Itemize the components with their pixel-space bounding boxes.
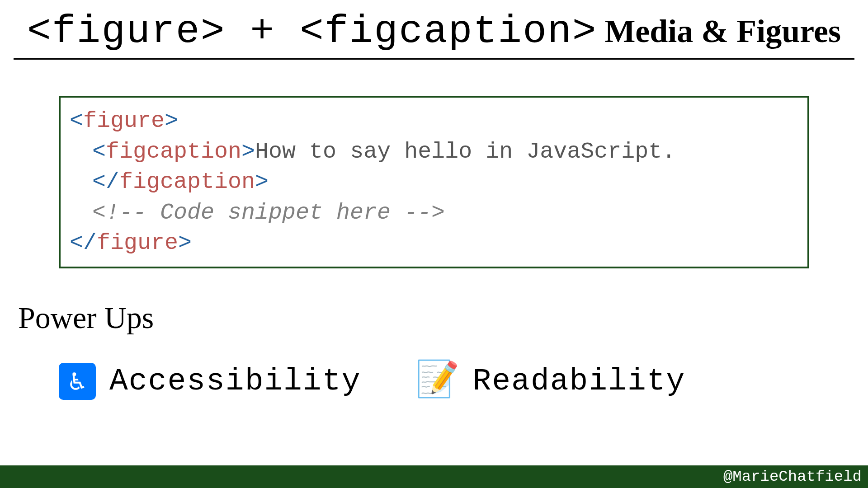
- powerup-readability: 📝 Readability: [415, 364, 686, 399]
- powerups-heading: Power Ups: [18, 300, 868, 336]
- tag-name: figcaption: [119, 169, 255, 195]
- angle-bracket: <: [92, 139, 106, 164]
- tag-name: figure: [97, 230, 178, 256]
- angle-bracket: </: [92, 169, 119, 195]
- angle-bracket: >: [178, 230, 192, 256]
- powerup-label: Accessibility: [109, 364, 361, 399]
- code-text: How to say hello in JavaScript.: [255, 139, 675, 164]
- code-line-2: <figcaption>How to say hello in JavaScri…: [92, 136, 798, 197]
- angle-bracket: >: [165, 108, 178, 134]
- angle-bracket: >: [241, 139, 255, 164]
- powerup-accessibility: ♿ Accessibility: [59, 363, 361, 400]
- code-line-3: <!-- Code snippet here -->: [92, 197, 798, 228]
- slide-title: <figure> + <figcaption>: [27, 9, 597, 54]
- powerup-label: Readability: [473, 364, 686, 399]
- memo-icon: 📝: [415, 364, 459, 399]
- accessibility-icon: ♿: [59, 363, 96, 400]
- slide-header: <figure> + <figcaption> Media & Figures: [14, 0, 854, 60]
- code-example-box: <figure> <figcaption>How to say hello in…: [59, 96, 809, 268]
- angle-bracket: </: [70, 230, 97, 256]
- code-line-1: <figure>: [70, 106, 798, 136]
- tag-name: figcaption: [106, 139, 241, 164]
- angle-bracket: <: [70, 108, 83, 134]
- angle-bracket: >: [255, 169, 269, 195]
- author-handle: @MarieChatfield: [723, 468, 862, 485]
- code-comment: <!-- Code snippet here -->: [92, 200, 445, 225]
- slide-subtitle: Media & Figures: [604, 13, 841, 50]
- powerups-list: ♿ Accessibility 📝 Readability: [59, 363, 868, 400]
- tag-name: figure: [83, 108, 165, 134]
- code-line-4: </figure>: [70, 228, 798, 258]
- slide-footer: @MarieChatfield: [0, 465, 868, 488]
